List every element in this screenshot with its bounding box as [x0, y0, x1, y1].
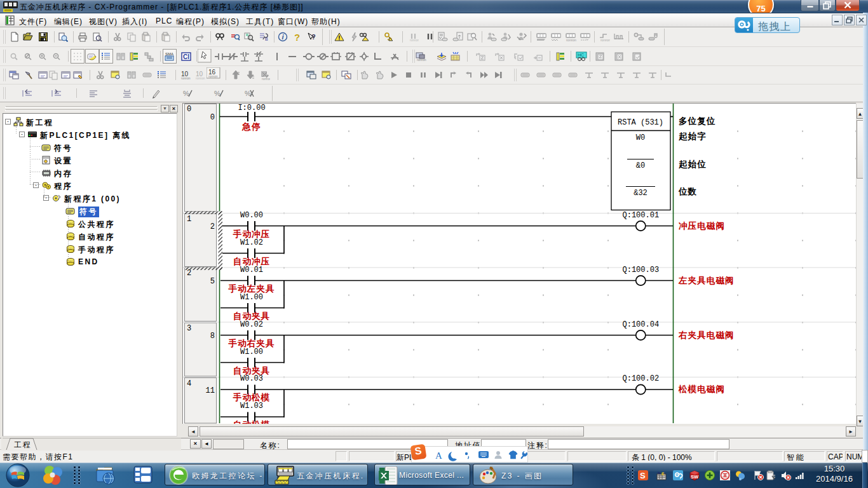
svg-text:左夹具电磁阀: 左夹具电磁阀: [678, 276, 735, 285]
svg-text:W0.02: W0.02: [240, 320, 263, 329]
svg-text:I:0.00: I:0.00: [238, 104, 265, 112]
svg-text:手动冲压: 手动冲压: [233, 229, 270, 239]
svg-text:W0.00: W0.00: [240, 211, 263, 220]
svg-text:&32: &32: [634, 189, 648, 198]
svg-text:W1.00: W1.00: [240, 293, 263, 302]
svg-text:S: S: [640, 471, 646, 480]
svg-text:位数: 位数: [678, 187, 697, 196]
svg-text:%: %: [183, 90, 189, 97]
svg-text:手动右夹具: 手动右夹具: [228, 338, 275, 348]
svg-text:Q:100.03: Q:100.03: [622, 266, 659, 274]
svg-text:B: B: [265, 37, 268, 41]
svg-text:W0.03: W0.03: [240, 374, 263, 383]
svg-text:?: ?: [294, 32, 300, 42]
svg-text:2: 2: [187, 269, 191, 278]
svg-text:手动左夹具: 手动左夹具: [228, 283, 275, 294]
svg-text:松模电磁阀: 松模电磁阀: [678, 384, 725, 394]
svg-text:%: %: [214, 90, 220, 97]
svg-text:RSTA (531): RSTA (531): [618, 118, 663, 127]
svg-text:0: 0: [210, 113, 215, 122]
svg-text:SW: SW: [691, 474, 699, 480]
svg-text:11: 11: [206, 386, 215, 395]
svg-text:ronron: ronron: [181, 76, 191, 80]
svg-text:急停: 急停: [241, 122, 261, 132]
svg-text:?: ?: [311, 33, 316, 41]
svg-text:5: 5: [210, 277, 215, 286]
svg-text:自动夹具: 自动夹具: [233, 311, 270, 321]
svg-text:&0: &0: [636, 161, 645, 170]
svg-text:2: 2: [210, 222, 215, 231]
svg-text:A: A: [435, 451, 442, 461]
svg-text:冲压电磁阀: 冲压电磁阀: [679, 221, 725, 231]
svg-text:W0: W0: [636, 133, 645, 142]
svg-text:多位复位: 多位复位: [679, 116, 715, 126]
svg-text:W1.02: W1.02: [240, 238, 263, 247]
svg-text:Q:100.01: Q:100.01: [622, 211, 659, 220]
svg-text:ronron: ronron: [566, 38, 576, 42]
svg-text:自动冲压: 自动冲压: [233, 257, 270, 266]
svg-text:Q:100.02: Q:100.02: [622, 374, 659, 383]
svg-text:ronron: ronron: [600, 38, 610, 42]
svg-text:0: 0: [187, 105, 191, 114]
svg-text:W1.03: W1.03: [240, 402, 263, 410]
svg-text:8: 8: [210, 332, 215, 341]
svg-text:ronron: ronron: [208, 74, 218, 78]
svg-text:右夹具电磁阀: 右夹具电磁阀: [678, 330, 735, 340]
svg-text:i: i: [281, 33, 284, 41]
svg-text:SMA: SMA: [165, 52, 173, 56]
svg-text:W1.00: W1.00: [240, 348, 263, 356]
svg-text:起始字: 起始字: [678, 132, 707, 141]
svg-text:Q:100.04: Q:100.04: [622, 320, 659, 329]
svg-text:6: 6: [661, 471, 665, 477]
svg-text:起始位: 起始位: [678, 159, 707, 169]
svg-text:4: 4: [187, 379, 191, 388]
svg-text:ronron: ronron: [196, 76, 205, 80]
svg-text:自动松模: 自动松模: [233, 420, 270, 424]
svg-text:CI: CI: [183, 53, 189, 60]
svg-text:ronron: ronron: [262, 77, 270, 81]
svg-text:3: 3: [187, 324, 191, 333]
svg-text:1: 1: [187, 215, 191, 224]
svg-text:HC: HC: [578, 53, 584, 57]
svg-text:ronron: ronron: [417, 58, 426, 62]
svg-text:W0.01: W0.01: [240, 266, 263, 274]
svg-text:%: %: [245, 90, 251, 97]
svg-text:手动松模: 手动松模: [233, 392, 270, 402]
svg-text:工程: 工程: [14, 440, 31, 449]
svg-text:ronron: ronron: [410, 38, 419, 42]
